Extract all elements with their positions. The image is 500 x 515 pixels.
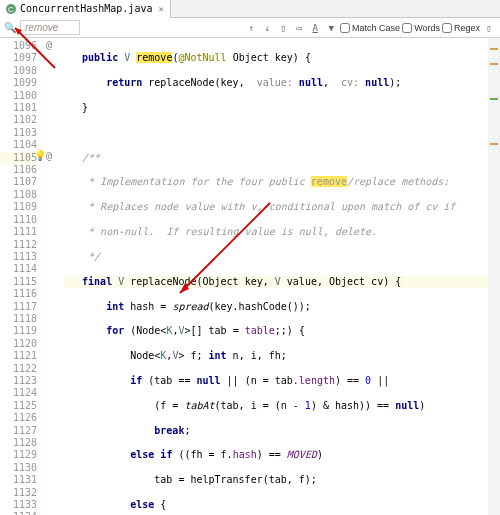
search-input[interactable] [20,20,80,35]
editor: 1096109710981099110011011102110311041105… [0,38,500,515]
words-checkbox[interactable]: Words [402,23,440,33]
annotation-column: @ @ 💡 [44,38,64,515]
scrollbar-marker [490,48,498,50]
override-marker[interactable]: @ [46,39,52,50]
code-line: else { [64,499,500,511]
code-line: if (tab == null || (n = tab.length) == 0… [64,375,500,387]
prev-match-icon[interactable]: ↑ [244,21,258,35]
intention-bulb-icon[interactable]: 💡 [34,150,46,161]
match-case-checkbox[interactable]: Match Case [340,23,400,33]
override-marker[interactable]: @ [46,150,52,161]
scrollbar-marker [490,63,498,65]
add-selection-icon[interactable]: ▯ [276,21,290,35]
code-line: (f = tabAt(tab, i = (n - 1) & hash)) == … [64,400,500,412]
code-line: */ [64,251,500,263]
filter-icon[interactable]: ▼ [324,21,338,35]
code-line: else if ((fh = f.hash) == MOVED) [64,449,500,461]
scrollbar-marker [490,143,498,145]
find-toolbar: ↑ ↓ ▯ ▭ A ▼ Match Case Words Regex ▯ [244,21,496,35]
code-line: for (Node<K,V>[] tab = table;;) { [64,325,500,337]
tab-bar: C ConcurrentHashMap.java ✕ [0,0,500,18]
code-line: * Implementation for the four public rem… [64,176,500,188]
code-line-highlighted: final V replaceNode(Object key, V value,… [64,276,500,288]
code-line: int hash = spread(key.hashCode()); [64,301,500,313]
code-line [64,127,500,139]
search-icon: 🔍 [4,22,16,33]
code-line: } [64,102,500,114]
gutter: 1096109710981099110011011102110311041105… [0,38,44,515]
select-all-icon[interactable]: ▭ [292,21,306,35]
code-area[interactable]: public V remove(@NotNull Object key) { r… [64,38,500,515]
find-bar: 🔍 ↑ ↓ ▯ ▭ A ▼ Match Case Words Regex ▯ [0,18,500,38]
file-tab[interactable]: C ConcurrentHashMap.java ✕ [0,0,171,18]
scrollbar[interactable] [488,38,500,515]
svg-text:C: C [8,5,14,14]
code-line: * non-null. If resulting value is null, … [64,226,500,238]
close-icon[interactable]: ✕ [158,4,163,14]
regex-checkbox[interactable]: Regex [442,23,480,33]
code-line: tab = helpTransfer(tab, f); [64,474,500,486]
code-line: * Replaces node value with v, conditiona… [64,201,500,213]
tab-filename: ConcurrentHashMap.java [20,3,152,14]
code-line: return replaceNode(key, value: null, cv:… [64,77,500,89]
scrollbar-marker [490,98,498,100]
java-class-icon: C [6,4,16,14]
next-match-icon[interactable]: ↓ [260,21,274,35]
code-line: /** [64,152,500,164]
code-line: Node<K,V> f; int n, i, fh; [64,350,500,362]
show-occurrences-icon[interactable]: A [308,21,322,35]
close-find-icon[interactable]: ▯ [482,21,496,35]
code-line: public V remove(@NotNull Object key) { [64,52,500,64]
code-line: break; [64,425,500,437]
